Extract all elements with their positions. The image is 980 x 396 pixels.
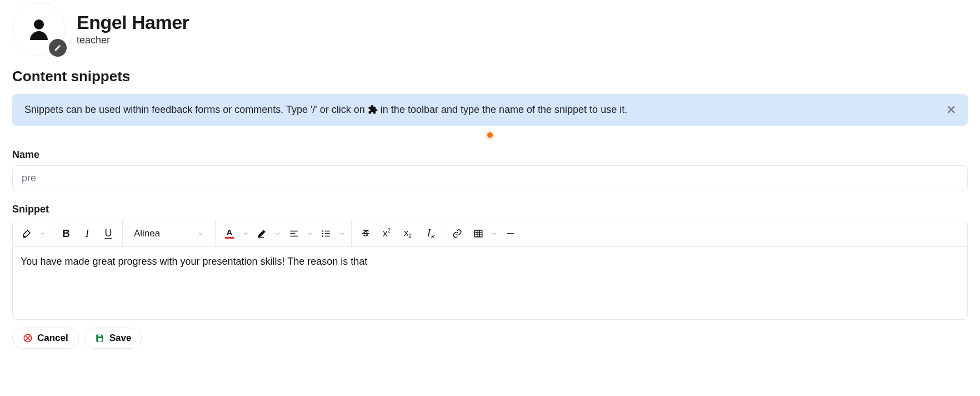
superscript-button[interactable]: x2: [377, 224, 396, 243]
editor-toolbar: B I U Alinea A: [13, 220, 967, 247]
clear-formatting-icon: I✕: [427, 227, 431, 239]
edit-avatar-button[interactable]: [49, 39, 67, 57]
close-icon: ✕: [946, 104, 956, 116]
list-button[interactable]: [317, 224, 336, 243]
link-icon: [452, 229, 462, 239]
name-label: Name: [12, 149, 968, 161]
block-format-value: Alinea: [134, 228, 160, 239]
chevron-down-icon: [491, 230, 498, 237]
chevron-down-icon: [339, 230, 346, 237]
chevron-down-icon: [242, 230, 249, 237]
chevron-down-icon: [307, 230, 313, 237]
table-icon: [473, 229, 483, 239]
subscript-button[interactable]: x2: [398, 224, 417, 243]
snippet-content: You have made great progress with your p…: [21, 256, 367, 267]
cancel-label: Cancel: [37, 333, 68, 344]
orange-dot-indicator: [487, 132, 493, 138]
user-role: teacher: [77, 34, 189, 46]
list-caret[interactable]: [338, 230, 347, 237]
table-caret[interactable]: [490, 230, 499, 237]
indicator-row: [12, 126, 968, 142]
strikethrough-icon: S: [361, 229, 371, 239]
align-caret[interactable]: [306, 230, 314, 237]
avatar-wrap: [12, 2, 66, 56]
close-banner-button[interactable]: ✕: [943, 102, 959, 118]
clear-formatting-button[interactable]: I✕: [419, 224, 438, 243]
marker-icon: [257, 229, 267, 239]
bullet-list-icon: [321, 229, 331, 239]
cancel-button[interactable]: Cancel: [12, 328, 79, 349]
rich-editor: B I U Alinea A: [12, 220, 968, 320]
block-format-select[interactable]: Alinea: [127, 224, 211, 243]
user-name: Engel Hamer: [77, 12, 189, 33]
puzzle-piece-icon: [368, 105, 378, 115]
bold-button[interactable]: B: [57, 224, 76, 243]
save-icon: [95, 333, 105, 343]
action-row: Cancel Save: [12, 328, 968, 349]
svg-rect-9: [98, 338, 102, 341]
highlighter-icon: [22, 229, 32, 239]
section-title: Content snippets: [12, 68, 968, 85]
banner-text-after: in the toolbar and type the name of the …: [381, 104, 627, 115]
svg-rect-1: [258, 237, 264, 238]
minus-icon: [506, 229, 516, 239]
svg-rect-8: [98, 334, 101, 336]
svg-rect-6: [474, 230, 482, 237]
svg-point-3: [322, 232, 323, 234]
font-color-button[interactable]: A: [220, 224, 239, 243]
italic-button[interactable]: I: [78, 224, 97, 243]
font-color-caret[interactable]: [241, 230, 250, 237]
superscript-icon: x2: [383, 227, 391, 239]
profile-name-block: Engel Hamer teacher: [77, 12, 189, 46]
svg-point-2: [322, 230, 323, 231]
background-color-button[interactable]: [252, 224, 271, 243]
svg-text:S: S: [363, 230, 368, 238]
name-input[interactable]: [12, 165, 968, 191]
snippet-label: Snippet: [12, 204, 968, 215]
horizontal-rule-button[interactable]: [501, 224, 520, 243]
pencil-icon: [54, 44, 62, 52]
strikethrough-button[interactable]: S: [356, 224, 375, 243]
chevron-down-icon: [197, 230, 204, 237]
underline-button[interactable]: U: [99, 224, 118, 243]
highlighter-button[interactable]: [17, 224, 36, 243]
background-color-caret[interactable]: [273, 230, 282, 237]
align-left-icon: [289, 229, 299, 239]
info-banner: Snippets can be used within feedback for…: [12, 94, 968, 126]
save-label: Save: [109, 333, 132, 344]
save-button[interactable]: Save: [84, 328, 142, 349]
align-button[interactable]: [284, 224, 303, 243]
profile-header: Engel Hamer teacher: [12, 2, 968, 56]
font-color-icon: A: [225, 228, 234, 239]
svg-point-4: [322, 235, 323, 236]
svg-point-0: [34, 19, 44, 29]
chevron-down-icon: [274, 230, 281, 237]
cancel-icon: [23, 333, 33, 343]
banner-text-before: Snippets can be used within feedback for…: [24, 104, 368, 115]
subscript-icon: x2: [404, 227, 412, 239]
user-icon: [26, 16, 52, 42]
highlighter-caret[interactable]: [38, 230, 47, 237]
table-button[interactable]: [469, 224, 488, 243]
link-button[interactable]: [448, 224, 467, 243]
snippet-editor[interactable]: You have made great progress with your p…: [13, 247, 967, 319]
chevron-down-icon: [39, 230, 46, 237]
